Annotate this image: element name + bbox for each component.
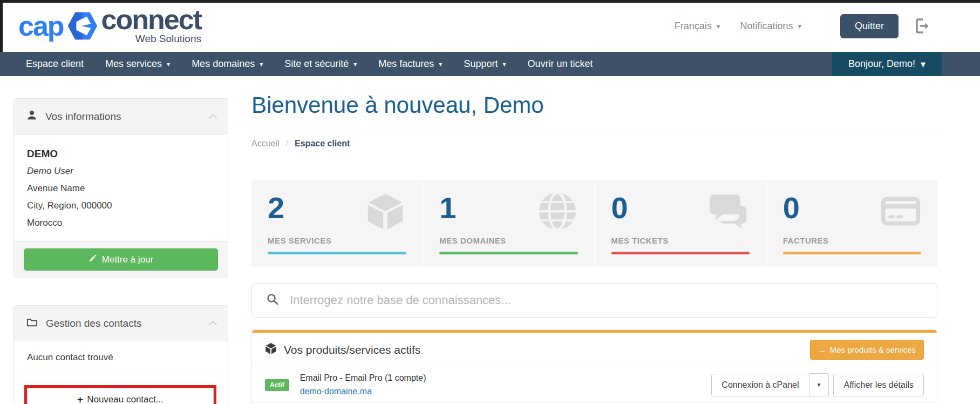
tickets-count: 0 [611,191,628,225]
search-input[interactable] [289,293,923,308]
product-row: Actif Email Pro - Email Pro (1 compte) d… [252,367,937,402]
your-information-panel: Vos informations DEMO Demo User Avenue N… [13,98,228,278]
nav-mes-domaines[interactable]: Mes domaines ▾ [181,52,274,76]
info-panel-footer: Mettre à jour [14,241,228,278]
sidebar: Vos informations DEMO Demo User Avenue N… [13,98,228,404]
cube-icon [365,191,406,234]
update-button-label: Mettre à jour [102,254,153,265]
active-products-panel: Vos produits/services actifs → Mes produ… [251,329,937,404]
tile-factures[interactable]: 0 FACTURES [767,180,937,267]
nav-support[interactable]: Support ▾ [453,52,516,76]
nav-mes-services[interactable]: Mes services ▾ [94,52,181,76]
status-badge: Actif [265,379,289,391]
arrow-right-icon: → [818,345,826,354]
products-header: Vos produits/services actifs → Mes produ… [252,333,937,367]
language-menu[interactable]: Français ▾ [675,21,720,32]
new-contact-label: Nouveau contact... [87,394,164,404]
pencil-icon [89,254,97,265]
plus-icon: + [77,394,83,404]
stats-tiles: 2 MES SERVICES 1 [251,180,937,267]
cpanel-dropdown-toggle[interactable]: ▼ [809,373,829,396]
client-address-line2: City, Region, 000000 [27,197,215,214]
chevron-down-icon: ▾ [167,60,170,68]
nav-label: Espace client [26,58,84,70]
header-divider [827,12,827,40]
new-contact-button[interactable]: + Nouveau contact... [27,388,214,404]
knowledgebase-search [251,283,937,318]
logo-connect-text: connect [101,7,201,32]
no-contacts-text: Aucun contact trouvé [14,341,228,374]
tile-mes-services[interactable]: 2 MES SERVICES [251,180,422,267]
view-details-button[interactable]: Afficher les détails [833,374,924,396]
contacts-panel: Gestion des contacts Aucun contact trouv… [13,305,228,404]
notifications-menu[interactable]: Notifications ▾ [740,21,801,32]
window-left-border [0,0,3,52]
greeting-label: Bonjour, Demo! [848,58,915,70]
breadcrumb-home[interactable]: Accueil [251,139,280,149]
domains-count: 1 [439,191,456,225]
breadcrumb-current: Espace client [295,139,350,149]
your-information-header: Vos informations [14,99,228,134]
client-address-block: DEMO Demo User Avenue Name City, Region,… [14,134,228,241]
client-country: Morocco [27,214,215,232]
annotation-highlight: + Nouveau contact... [24,385,216,404]
tile-accent-bar [268,252,406,254]
comments-icon [709,191,750,234]
tile-label: MES TICKETS [611,236,750,245]
cube-icon [265,342,277,357]
tile-mes-tickets[interactable]: 0 MES TICKETS [595,180,766,267]
contacts-footer: + Nouveau contact... [14,374,228,404]
tile-accent-bar [611,252,750,254]
logo[interactable]: cap connect Web Solutions [18,7,201,45]
sign-out-icon[interactable] [914,17,931,35]
quit-button[interactable]: Quitter [840,14,899,38]
tile-label: MES DOMAINES [439,236,577,245]
panel-title: Gestion des contacts [46,318,141,329]
header: cap connect Web Solutions Français ▾ Not… [0,0,980,52]
chevron-down-icon: ▾ [502,60,506,68]
cpanel-login-button[interactable]: Connexion à cPanel [711,374,809,396]
collapse-chevron-icon[interactable] [209,320,217,329]
globe-icon [537,191,578,234]
services-count: 2 [268,191,284,225]
products-title: Vos produits/services actifs [284,344,420,356]
page-title: Bienvenue à nouveau, Demo [251,92,937,119]
contacts-header: Gestion des contacts [14,306,228,341]
nav-label: Mes factures [378,58,434,70]
header-actions: Français ▾ Notifications ▾ Quitter [675,12,931,40]
logo-tagline: Web Solutions [135,33,201,45]
chevron-down-icon: ▼ [816,382,822,388]
nav-label: Mes domaines [192,58,255,70]
nav-espace-client[interactable]: Espace client [15,52,94,76]
notifications-label: Notifications [740,21,793,32]
tile-mes-domaines[interactable]: 1 MES DOMAINES [423,180,594,267]
nav-mes-factures[interactable]: Mes factures ▾ [368,52,453,76]
invoices-count: 0 [783,191,800,225]
collapse-chevron-icon[interactable] [209,113,217,122]
title-divider [251,130,937,130]
search-icon [266,293,279,308]
chevron-down-icon: ▾ [439,60,442,68]
breadcrumb: Accueil / Espace client [251,139,937,149]
user-greeting-menu[interactable]: Bonjour, Demo! ▾ [832,52,942,76]
language-label: Français [675,21,712,32]
nav-ouvrir-ticket[interactable]: Ouvrir un ticket [516,52,603,76]
my-products-button[interactable]: → Mes produits & services [810,340,924,360]
nav-label: Support [464,58,498,70]
credit-card-icon [880,191,921,234]
nav-site-securite[interactable]: Site et sécurité ▾ [274,52,368,76]
product-name: Email Pro - Email Pro (1 compte) [300,373,426,383]
tile-label: MES SERVICES [268,236,406,245]
logo-cap-text: cap [18,12,64,40]
user-icon [26,109,38,124]
my-products-label: Mes produits & services [830,345,916,354]
folder-icon [26,316,38,331]
product-domain-link[interactable]: demo-domaine.ma [300,387,426,396]
logo-hexagon-icon [66,9,99,43]
chevron-down-icon: ▾ [260,60,263,68]
tile-accent-bar [439,252,577,254]
update-button[interactable]: Mettre à jour [24,248,218,271]
nav-label: Ouvrir un ticket [527,58,593,70]
tile-accent-bar [783,252,921,254]
chevron-down-icon: ▾ [717,22,720,30]
